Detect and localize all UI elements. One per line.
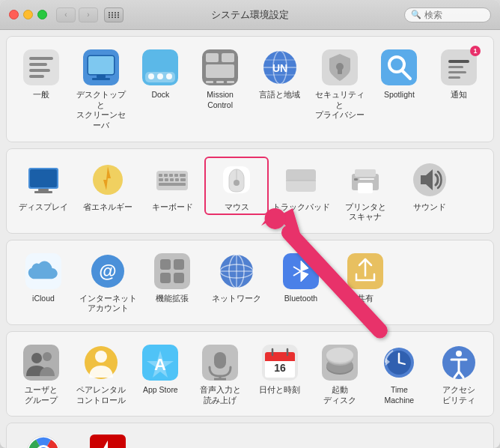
search-input[interactable] (424, 10, 484, 20)
pref-dock[interactable]: Dock (131, 44, 191, 103)
row-1: 一般 (11, 44, 489, 134)
pref-mission[interactable]: Mission Control (190, 44, 250, 113)
svg-rect-74 (154, 253, 190, 289)
general-label: 一般 (33, 90, 49, 100)
svg-text:UN: UN (272, 62, 287, 74)
pref-mouse[interactable]: マウス (204, 157, 269, 216)
pref-sharing[interactable]: 共有 (333, 248, 397, 307)
pref-dictation[interactable]: 音声入力と 読み上げ (190, 339, 250, 408)
mouse-label: マウス (225, 202, 249, 213)
svg-rect-54 (170, 178, 174, 181)
svg-rect-51 (180, 174, 186, 177)
svg-rect-19 (206, 64, 234, 78)
svg-rect-50 (174, 174, 178, 177)
pref-users[interactable]: ユーザと グループ (11, 339, 71, 408)
section-4: ユーザと グループ ペアレンタル コントロール (6, 331, 494, 417)
svg-rect-42 (38, 189, 49, 191)
icloud-label: iCloud (32, 294, 55, 304)
svg-rect-15 (166, 73, 172, 79)
forward-button[interactable]: › (79, 7, 98, 22)
pref-icloud[interactable]: iCloud (11, 248, 76, 307)
appstore-label: App Store (143, 385, 178, 396)
svg-rect-62 (286, 169, 316, 181)
icloud-icon-img (23, 251, 64, 291)
close-button[interactable] (9, 10, 19, 19)
sound-label: サウンド (413, 202, 446, 213)
pref-timemachine[interactable]: Time Machine (370, 339, 430, 408)
svg-rect-36 (448, 60, 469, 63)
row-2: ディスプレイ 省エネルギー (11, 157, 489, 225)
pref-accessibility[interactable]: アクセシ ビリティ (429, 339, 489, 408)
pref-display[interactable]: ディスプレイ (11, 157, 76, 216)
pref-security[interactable]: セキュリティと プライバシー (310, 44, 370, 124)
spotlight-label: Spotlight (384, 90, 415, 100)
svg-rect-9 (92, 78, 110, 80)
pref-general[interactable]: 一般 (11, 44, 71, 103)
pref-bluetooth[interactable]: Bluetooth (269, 248, 333, 307)
system-preferences-window: ‹ › システム環境設定 🔍 (0, 0, 500, 448)
pref-spotlight[interactable]: Spotlight (370, 44, 430, 103)
bluetooth-icon-img (281, 251, 321, 291)
startup-icon-img (320, 342, 360, 383)
internet-label: インターネット アカウント (79, 294, 137, 314)
back-button[interactable]: ‹ (56, 7, 76, 22)
pref-energy[interactable]: 省エネルギー (76, 157, 140, 216)
svg-rect-18 (222, 53, 234, 62)
grid-view-button[interactable] (104, 7, 124, 22)
svg-point-90 (43, 352, 52, 361)
pref-appstore[interactable]: A App Store (131, 339, 191, 399)
keyboard-label: キーボード (152, 202, 193, 213)
svg-rect-68 (359, 178, 374, 180)
pref-trackpad[interactable]: トラックパッド (269, 157, 333, 216)
dock-label: Dock (151, 90, 169, 100)
traffic-lights (9, 10, 47, 19)
svg-rect-0 (23, 49, 59, 85)
dictation-label: 音声入力と 読み上げ (200, 385, 241, 405)
svg-rect-20 (206, 81, 213, 83)
pref-sound[interactable]: サウンド (397, 157, 462, 216)
spotlight-icon-img (379, 47, 419, 88)
svg-rect-77 (160, 273, 171, 283)
minimize-button[interactable] (23, 10, 33, 19)
svg-rect-2 (29, 63, 47, 66)
notification-badge: 1 (470, 46, 481, 56)
keyboard-icon-img (152, 160, 192, 200)
svg-rect-4 (29, 75, 44, 78)
bluetooth-label: Bluetooth (284, 294, 317, 304)
svg-rect-22 (227, 81, 234, 83)
search-box[interactable]: 🔍 (404, 7, 491, 22)
svg-rect-3 (29, 69, 50, 72)
mouse-icon-img (216, 160, 257, 200)
pref-parental[interactable]: ペアレンタル コントロール (71, 339, 131, 408)
svg-rect-32 (381, 49, 417, 85)
pref-network[interactable]: ネットワーク (204, 248, 269, 307)
svg-rect-47 (159, 174, 162, 177)
maximize-button[interactable] (37, 10, 47, 19)
svg-text:A: A (154, 355, 166, 374)
svg-rect-55 (175, 178, 179, 181)
pref-keyboard[interactable]: キーボード (140, 157, 204, 216)
mission-label: Mission Control (207, 90, 234, 110)
desktop-label: デスクトップと スクリーンセーバ (74, 90, 128, 131)
datetime-icon-img: 16 (260, 342, 300, 383)
notification-label: 通知 (451, 90, 467, 100)
dictation-icon-img (200, 342, 240, 383)
pref-notification[interactable]: 1 通知 (429, 44, 489, 103)
extension-icon-img (152, 251, 192, 291)
pref-language[interactable]: UN 言語と地域 (250, 44, 310, 103)
pref-flash[interactable]: Flash Player (76, 429, 140, 448)
svg-rect-17 (206, 53, 219, 62)
parental-icon-img (81, 342, 121, 383)
pref-desktop[interactable]: デスクトップと スクリーンセーバ (71, 44, 131, 134)
pref-extension[interactable]: 機能拡張 (140, 248, 204, 307)
pref-internet[interactable]: @ インターネット アカウント (76, 248, 140, 317)
pref-chrome[interactable]: Chrome リモート デスクトップホスト (11, 429, 76, 448)
chrome-icon-img (23, 432, 64, 448)
pref-printer[interactable]: プリンタと スキャナ (333, 157, 397, 225)
display-label: ディスプレイ (19, 202, 68, 213)
search-icon: 🔍 (411, 10, 421, 19)
pref-startup[interactable]: 起動 ディスク (310, 339, 370, 408)
pref-datetime[interactable]: 16 日付と時刻 (250, 339, 310, 399)
parental-label: ペアレンタル コントロール (76, 385, 126, 405)
svg-rect-37 (448, 66, 463, 68)
